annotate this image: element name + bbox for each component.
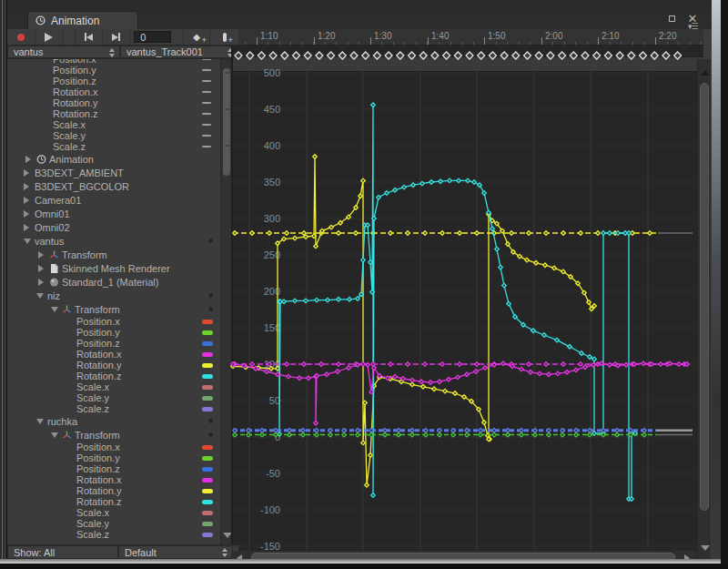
- foldout-open-icon[interactable]: [51, 432, 58, 438]
- ruler-minor-tick: [359, 42, 359, 45]
- tab-title: Animation: [51, 15, 99, 27]
- sidebar-row-scale-z[interactable]: Scale.z: [7, 529, 220, 540]
- ruler-minor-tick: [564, 42, 565, 45]
- sidebar-row-position-x[interactable]: Position.x: [7, 442, 220, 452]
- sidebar-row-transform[interactable]: Transform: [7, 248, 220, 261]
- curve-color-swatch: [202, 489, 213, 493]
- foldout-open-icon[interactable]: [36, 419, 44, 424]
- foldout-closed-icon[interactable]: [24, 197, 29, 204]
- foldout-closed-icon[interactable]: [38, 279, 44, 286]
- sidebar-row-position-x[interactable]: Position.x: [7, 316, 220, 327]
- dopesheet-key-strip[interactable]: [231, 56, 703, 72]
- row-label: Position.y: [76, 452, 120, 463]
- no-curve-dash-icon: [202, 135, 211, 137]
- sidebar-row-rotation-y[interactable]: Rotation.y: [7, 485, 220, 496]
- curve-editor-background[interactable]: [231, 46, 703, 559]
- sidebar-row-b3dext-bgcolor[interactable]: B3DEXT_BGCOLOR: [7, 179, 220, 193]
- window-frame-right-highlight: [712, 0, 721, 569]
- ruler-major-tick: [370, 37, 371, 45]
- property-tree: Position.xPosition.yPosition.zRotation.x…: [7, 59, 220, 544]
- frame-input[interactable]: 0: [134, 31, 170, 43]
- sidebar-row-transform[interactable]: Transform: [7, 302, 220, 316]
- sidebar-row-position-y[interactable]: Position.y: [7, 65, 220, 76]
- clip-selector-row: vantus vantus_Track001: [7, 46, 238, 59]
- sidebar-scrollbar[interactable]: [220, 59, 231, 544]
- sidebar-row-scale-z[interactable]: Scale.z: [7, 141, 220, 152]
- sidebar-row-position-y[interactable]: Position.y: [7, 327, 220, 338]
- animated-object-dropdown[interactable]: vantus: [7, 46, 120, 58]
- default-clip-dropdown[interactable]: Default: [118, 545, 233, 559]
- clip-dropdown[interactable]: vantus_Track001: [120, 46, 238, 58]
- row-label: Skinned Mesh Renderer: [62, 263, 170, 274]
- sidebar-row-rotation-z[interactable]: Rotation.z: [7, 371, 220, 381]
- ruler-time-label: 2:00: [545, 31, 562, 41]
- sidebar-row-rotation-x[interactable]: Rotation.x: [7, 349, 220, 360]
- sidebar-row-rotation-x[interactable]: Rotation.x: [7, 86, 220, 97]
- sidebar-row-scale-x[interactable]: Scale.x: [7, 381, 220, 392]
- scroll-down-icon[interactable]: [701, 545, 710, 551]
- foldout-open-icon[interactable]: [24, 239, 31, 244]
- sidebar-row-rotation-y[interactable]: Rotation.y: [7, 97, 220, 108]
- panel-divider[interactable]: [231, 46, 233, 568]
- sidebar-row-scale-y[interactable]: Scale.y: [7, 392, 220, 403]
- sidebar-scroll-thumb[interactable]: [223, 68, 230, 176]
- play-button[interactable]: [35, 29, 64, 45]
- foldout-closed-icon[interactable]: [24, 169, 29, 177]
- sidebar-row-standard-1-material[interactable]: Standard_1 (Material): [7, 275, 220, 289]
- foldout-closed-icon[interactable]: [24, 183, 29, 190]
- sidebar-row-scale-y[interactable]: Scale.y: [7, 130, 220, 141]
- sidebar-row-position-z[interactable]: Position.z: [7, 463, 220, 474]
- ruler-minor-tick: [450, 42, 451, 45]
- sidebar-row-skinned-mesh-renderer[interactable]: Skinned Mesh Renderer: [7, 261, 220, 275]
- row-label: Position.z: [76, 338, 120, 349]
- foldout-closed-icon[interactable]: [38, 265, 44, 272]
- no-curve-dash-icon: [202, 80, 211, 82]
- sidebar-row-b3dext-ambient[interactable]: B3DEXT_AMBIENT: [7, 166, 220, 179]
- sidebar-row-scale-z[interactable]: Scale.z: [7, 403, 220, 414]
- sidebar-row-rotation-z[interactable]: Rotation.z: [7, 496, 220, 507]
- foldout-open-icon[interactable]: [36, 293, 44, 299]
- window-frame-left: [0, 0, 7, 569]
- scroll-up-icon[interactable]: [701, 70, 710, 76]
- first-key-button[interactable]: [75, 29, 103, 45]
- add-keyframe-button[interactable]: ◆+: [183, 29, 211, 45]
- sidebar-row-scale-x[interactable]: Scale.x: [7, 119, 220, 130]
- timeline-ruler[interactable]: 1:101:201:301:401:502:002:102:20: [238, 29, 703, 46]
- sidebar-row-niz[interactable]: niz: [7, 289, 220, 302]
- sidebar-row-animation[interactable]: Animation: [7, 152, 220, 166]
- sidebar-row-omni01[interactable]: Omni01: [7, 207, 220, 220]
- play-icon: [45, 33, 53, 42]
- ruler-minor-tick: [302, 42, 303, 45]
- foldout-closed-icon[interactable]: [38, 251, 44, 259]
- sidebar-row-camera01[interactable]: Camera01: [7, 193, 220, 207]
- show-filter-dropdown[interactable]: Show: All: [7, 545, 118, 559]
- row-label: Rotation.y: [76, 360, 122, 371]
- foldout-closed-icon[interactable]: [24, 210, 29, 218]
- tab-animation[interactable]: Animation: [27, 11, 138, 29]
- foldout-closed-icon[interactable]: [25, 156, 31, 163]
- sidebar-row-rotation-x[interactable]: Rotation.x: [7, 474, 220, 485]
- foldout-closed-icon[interactable]: [24, 224, 29, 231]
- sidebar-row-position-z[interactable]: Position.z: [7, 76, 220, 86]
- curve-color-swatch: [202, 456, 213, 461]
- row-label: Rotation.x: [76, 474, 122, 485]
- sidebar-row-vantus[interactable]: vantus: [7, 234, 220, 248]
- maximize-icon[interactable]: [665, 12, 678, 25]
- add-event-button[interactable]: +: [210, 29, 238, 45]
- ruler-minor-tick: [575, 42, 576, 45]
- sidebar-row-rotation-z[interactable]: Rotation.z: [7, 108, 220, 119]
- sidebar-row-position-z[interactable]: Position.z: [7, 338, 220, 349]
- sidebar-row-ruchka[interactable]: ruchka: [7, 414, 220, 428]
- curve-vscroll-thumb[interactable]: [700, 83, 709, 511]
- foldout-open-icon[interactable]: [51, 307, 58, 312]
- sidebar-row-position-y[interactable]: Position.y: [7, 452, 220, 463]
- record-button[interactable]: [7, 29, 35, 45]
- curve-color-swatch: [202, 320, 213, 324]
- next-key-button[interactable]: [103, 29, 131, 45]
- sidebar-row-scale-x[interactable]: Scale.x: [7, 507, 220, 518]
- sidebar-row-rotation-y[interactable]: Rotation.y: [7, 360, 220, 371]
- sidebar-row-omni02[interactable]: Omni02: [7, 220, 220, 234]
- curve-vertical-scrollbar[interactable]: [697, 59, 711, 559]
- sidebar-row-scale-y[interactable]: Scale.y: [7, 518, 220, 529]
- sidebar-row-transform[interactable]: Transform: [7, 428, 220, 442]
